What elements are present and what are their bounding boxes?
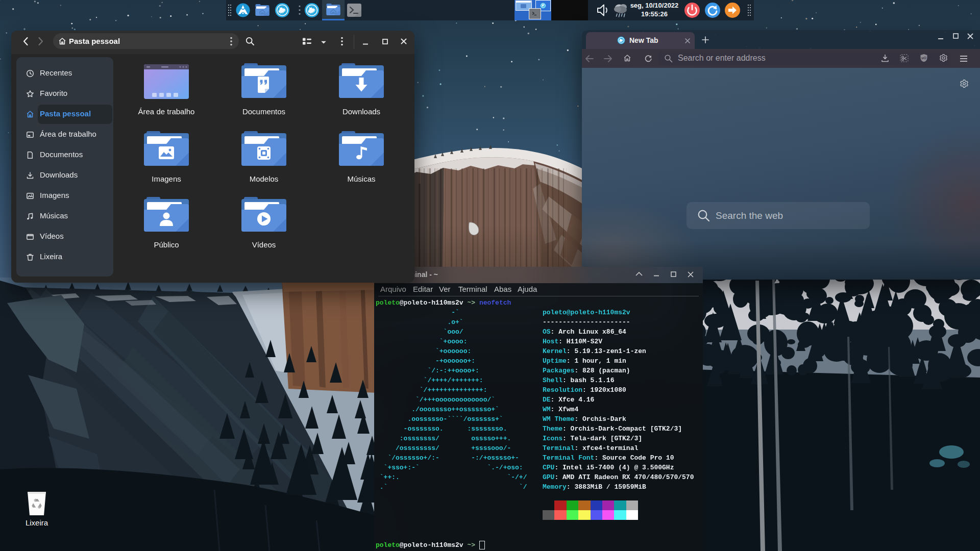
svg-text:uO: uO: [921, 56, 926, 60]
